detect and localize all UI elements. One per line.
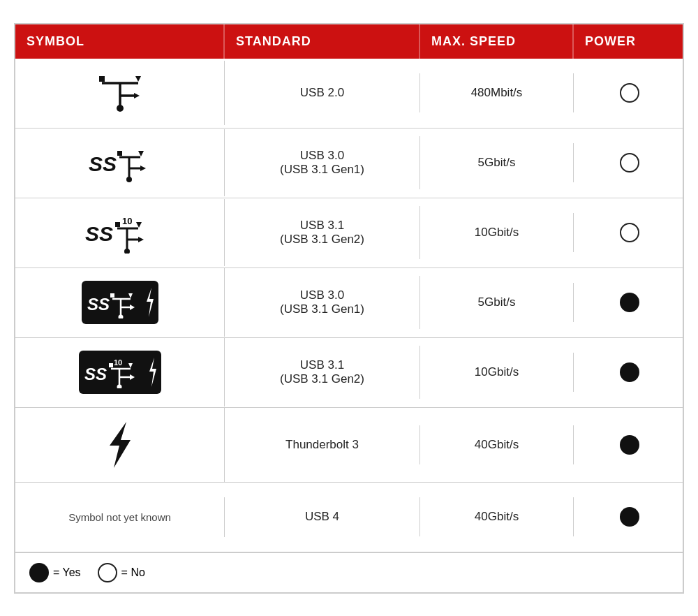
header-speed: MAX. SPEED (420, 24, 574, 59)
svg-point-22 (124, 249, 130, 254)
svg-text:SS: SS (89, 152, 117, 175)
symbol-usb31-badge: SS 10 (15, 338, 225, 406)
legend-footer: = Yes = No (15, 552, 683, 592)
standard-usb2: USB 2.0 (225, 73, 420, 112)
symbol-usb31: SS 10 (15, 199, 225, 266)
svg-rect-2 (99, 76, 105, 82)
svg-marker-42 (130, 374, 135, 380)
power-thunderbolt (574, 423, 684, 467)
standard-thunderbolt: Thunderbolt 3 (225, 425, 420, 464)
symbol-usb2 (15, 61, 225, 125)
symbol-thunderbolt (15, 408, 225, 482)
symbol-not-known-text: Symbol not yet known (68, 510, 171, 525)
svg-marker-33 (147, 288, 154, 317)
usb31-icon: SS 10 (85, 212, 155, 254)
svg-marker-15 (140, 166, 146, 171)
table-row: SS USB 3.0 (USB 3.1 Gen1) 5Gbit/s (15, 129, 683, 198)
svg-marker-21 (136, 222, 142, 228)
badge-lightning (144, 286, 156, 318)
speed-usb30-badge: 5Gbit/s (420, 283, 574, 322)
power-usb30-badge (574, 280, 684, 325)
usb31-badge-svg: SS 10 (84, 356, 146, 388)
svg-text:SS: SS (85, 222, 113, 245)
svg-text:SS: SS (87, 295, 110, 314)
svg-text:10: 10 (122, 216, 132, 226)
legend-empty-icon (98, 563, 117, 582)
svg-marker-32 (130, 305, 135, 310)
svg-marker-6 (134, 93, 140, 98)
svg-rect-28 (110, 293, 114, 298)
table-header: SYMBOL STANDARD MAX. SPEED POWER (15, 24, 683, 59)
header-standard: STANDARD (225, 24, 420, 59)
power-empty-icon (620, 153, 639, 173)
svg-rect-11 (117, 151, 122, 156)
legend-filled-label: = Yes (53, 566, 81, 579)
header-symbol: SYMBOL (15, 24, 225, 59)
standard-usb4: USB 4 (225, 497, 420, 536)
speed-usb31: 10Gbit/s (420, 213, 574, 252)
svg-marker-3 (135, 76, 141, 82)
power-filled-icon (620, 507, 639, 527)
table-row: SS 10 USB 3.1 (USB 3.1 Gen2) 10Gbit/s (15, 198, 683, 268)
power-usb31 (574, 210, 684, 255)
svg-point-30 (118, 315, 123, 319)
svg-point-13 (126, 177, 132, 182)
svg-text:SS: SS (84, 365, 107, 383)
speed-usb31-badge: 10Gbit/s (420, 353, 574, 392)
table-row: Thunderbolt 3 40Gbit/s (15, 408, 683, 483)
standard-usb31: USB 3.1 (USB 3.1 Gen2) (225, 206, 420, 259)
speed-usb2: 480Mbit/s (420, 73, 574, 112)
standard-usb30-badge: USB 3.0 (USB 3.1 Gen1) (225, 276, 420, 329)
usb31-badge-icon: SS 10 (79, 351, 161, 394)
speed-thunderbolt: 40Gbit/s (420, 425, 574, 464)
svg-marker-39 (128, 363, 133, 368)
svg-marker-44 (110, 422, 131, 468)
table-row: USB 2.0 480Mbit/s (15, 59, 683, 129)
legend-empty: = No (98, 563, 145, 582)
power-filled-icon (620, 362, 639, 382)
standard-usb30: USB 3.0 (USB 3.1 Gen1) (225, 136, 420, 189)
power-empty-icon (620, 223, 639, 242)
usb30-badge-svg: SS (87, 286, 143, 318)
power-empty-icon (620, 83, 639, 103)
power-usb4 (574, 494, 684, 539)
legend-filled: = Yes (29, 563, 81, 582)
power-usb31-badge (574, 350, 684, 395)
symbol-usb30: SS (15, 129, 225, 196)
symbol-usb4: Symbol not yet known (15, 497, 225, 537)
svg-marker-43 (149, 358, 156, 387)
power-usb30 (574, 140, 684, 185)
standard-usb31-badge: USB 3.1 (USB 3.1 Gen2) (225, 346, 420, 399)
power-filled-icon (620, 293, 639, 312)
badge-lightning2 (147, 356, 158, 388)
legend-empty-label: = No (121, 566, 145, 579)
legend-filled-icon (29, 563, 49, 582)
usb-comparison-table: SYMBOL STANDARD MAX. SPEED POWER (14, 23, 684, 594)
usb30-icon: SS (89, 142, 151, 184)
table-row: SS 10 USB 3.1 (USB 3.1 Gen2) (15, 338, 683, 408)
svg-point-40 (117, 385, 121, 389)
svg-rect-20 (115, 222, 120, 227)
speed-usb30: 5Gbit/s (420, 143, 574, 182)
table-row: Symbol not yet known USB 4 40Gbit/s (15, 483, 683, 552)
symbol-usb30-badge: SS (15, 268, 225, 337)
usb2-icon (92, 73, 148, 112)
svg-rect-38 (109, 363, 113, 367)
svg-text:10: 10 (114, 358, 122, 367)
usb30-badge-icon: SS (82, 281, 158, 324)
power-usb2 (574, 71, 684, 115)
svg-marker-24 (138, 237, 144, 242)
svg-marker-12 (138, 151, 144, 156)
speed-usb4: 40Gbit/s (420, 497, 574, 536)
svg-marker-29 (128, 293, 133, 298)
header-power: POWER (574, 24, 684, 59)
table-row: SS USB 3.0 (USB 3.1 Gen1) 5Gbit/s (15, 268, 683, 338)
svg-point-4 (117, 105, 124, 112)
power-filled-icon (620, 435, 639, 455)
thunderbolt-icon (103, 420, 138, 469)
